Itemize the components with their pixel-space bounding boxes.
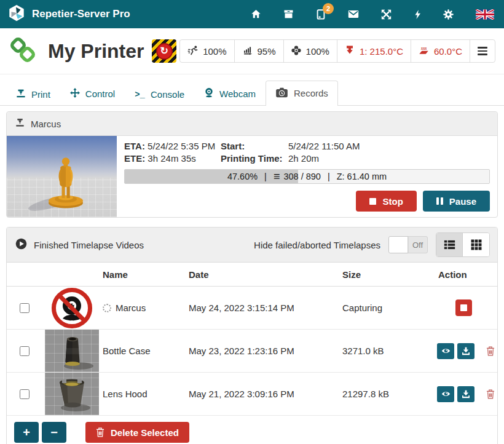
emergency-stop-button[interactable]: ↻ [152,39,176,63]
printer-status-bar: ↻ 100% 95% 100% [152,39,495,63]
row-checkbox[interactable] [20,389,30,399]
hamburger-icon [478,47,487,55]
archive-icon[interactable] [283,9,294,19]
nav-icon-group: 2 [251,9,494,20]
tab-print-label: Print [31,89,50,100]
trash-icon [486,346,495,356]
gear-icon[interactable] [443,9,454,20]
flow-segment[interactable]: 95% [234,40,283,62]
brand[interactable]: Repetier-Server Pro [7,4,130,25]
row-date: May 21, 2022 3:09:16 PM [189,389,342,399]
row-name-cell: Marcus [103,303,189,313]
download-icon [462,347,470,355]
progress-z-height: Z: 61.40 mm [337,172,387,181]
flag-icon[interactable] [476,9,494,20]
printer-menu-button[interactable] [470,40,495,62]
ete-cell: ETE: 3h 24m 35s [124,153,221,164]
row-actions [435,343,497,359]
hide-failed-label: Hide failed/aborted Timelapses [254,240,380,250]
stop-recording-button[interactable] [455,299,472,316]
trash-icon [486,389,495,399]
job-printer-icon [15,118,25,129]
tab-control[interactable]: Control [60,82,125,106]
stop-label: Stop [382,196,403,207]
tab-webcam[interactable]: Webcam [194,81,266,106]
table-row: Lens Hood May 21, 2022 3:09:16 PM 21297.… [7,373,497,416]
pause-icon [436,197,443,205]
control-icon [70,88,80,100]
extruder-segment[interactable]: 1: 215.0°C [337,40,411,62]
delete-selected-button[interactable]: Delete Selected [85,422,189,443]
timelapse-thumbnail[interactable] [45,330,99,372]
job-name: Marcus [31,119,61,129]
hide-failed-toggle[interactable]: Off [388,236,428,253]
row-name: Bottle Case [103,346,151,356]
speed-value: 100% [203,46,226,57]
row-actions [435,386,497,402]
app-title: Repetier-Server Pro [32,8,130,20]
tab-webcam-label: Webcam [219,89,256,99]
row-size: Capturing [342,303,435,313]
separator: | [328,172,330,181]
timelapse-title-group[interactable]: Finished Timelapse Videos [15,238,144,252]
start-label: Start: [221,141,288,151]
view-video-button[interactable] [437,343,454,359]
delete-row-button[interactable] [486,389,495,399]
fan-icon [291,46,301,57]
row-checkbox[interactable] [20,303,30,313]
delete-selected-label: Delete Selected [111,427,179,438]
status-segments: 100% 95% 100% 1: 215.0°C [179,39,495,63]
list-view-button[interactable] [436,233,463,256]
extruder-temp: 1: 215.0°C [360,46,403,57]
toggle-state-label: Off [408,240,427,250]
download-button[interactable] [457,386,474,402]
tablet-icon[interactable]: 2 [316,9,326,20]
separator: | [264,172,267,181]
fan-segment[interactable]: 100% [283,40,337,62]
job-info: ETA: 5/24/22 5:35 PM Start: 5/24/22 11:5… [117,136,497,217]
select-all-button[interactable]: + [14,422,39,443]
row-date: May 23, 2022 1:23:16 PM [189,346,342,356]
flow-icon [242,46,253,57]
deselect-all-button[interactable]: − [42,422,66,443]
download-button[interactable] [457,343,474,359]
job-card-header[interactable]: Marcus [7,112,497,136]
expand-icon[interactable] [381,9,392,20]
job-preview-image [7,136,117,217]
timelapse-controls: Hide failed/aborted Timelapses Off [254,232,490,257]
print-icon [16,89,26,100]
progress-layers: 308 / 890 [283,172,320,181]
ete-label: ETE: [124,153,145,164]
timelapse-thumbnail[interactable] [45,373,99,415]
heated-bed-icon: sss [419,46,429,57]
bed-segment[interactable]: sss 60.0°C [411,40,470,62]
tab-print[interactable]: Print [6,83,60,106]
timelapse-header: Finished Timelapse Videos Hide failed/ab… [7,228,497,263]
flow-value: 95% [258,46,276,57]
tab-records-label: Records [294,88,328,98]
eta-cell: ETA: 5/24/22 5:35 PM [124,141,221,151]
home-icon[interactable] [251,9,261,19]
extruder-icon [345,46,355,57]
column-name: Name [103,269,189,280]
pause-button[interactable]: Pause [423,191,490,212]
tab-records[interactable]: Records [266,81,338,106]
speed-segment[interactable]: 100% [180,40,234,62]
link-icon[interactable] [9,36,37,66]
bolt-icon[interactable] [414,9,421,20]
row-thumb-wrap [45,373,99,415]
table-header-row: Name Date Size Action [7,263,497,287]
printer-header: My Printer ↻ 100% 95% 100% [0,28,504,74]
stop-button[interactable]: Stop [356,191,416,212]
records-camera-icon [275,87,288,100]
row-checkbox[interactable] [20,346,30,356]
play-circle-icon [15,238,27,252]
view-video-button[interactable] [437,386,454,402]
grid-view-button[interactable] [463,233,489,256]
delete-row-button[interactable] [486,346,495,356]
download-icon [462,390,470,398]
mail-icon[interactable] [348,10,359,18]
column-size: Size [342,269,435,280]
tab-console[interactable]: >_ Console [125,83,194,106]
printing-time-value: 2h 20m [288,153,490,164]
